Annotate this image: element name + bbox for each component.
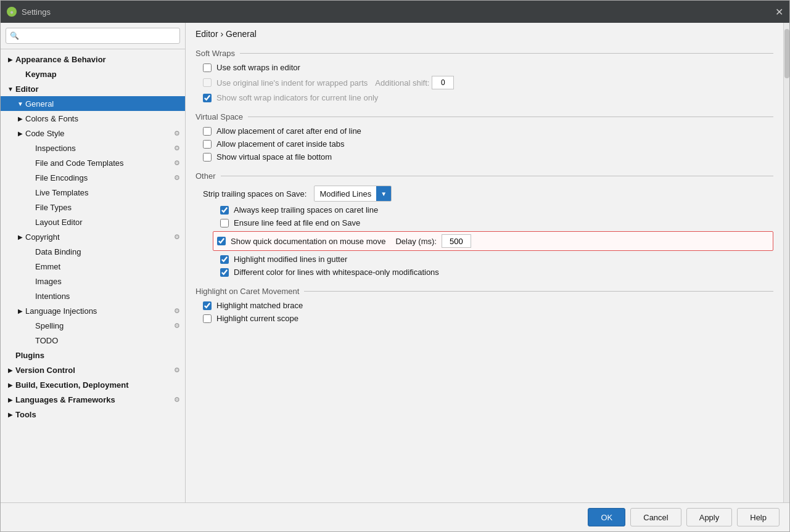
arrow-icon [6, 380, 15, 390]
section-title: Other [195, 171, 221, 181]
sidebar-item-label: Code Style [25, 129, 65, 138]
modified-lines-dropdown[interactable]: Modified Lines ▼ [314, 186, 392, 202]
checkbox-highlight-brace[interactable] [203, 301, 212, 310]
settings-icon: ⚙ [174, 159, 180, 167]
option-original-indent: Use original line's indent for wrapped p… [203, 76, 773, 89]
option-label: Show soft wrap indicators for current li… [216, 93, 378, 102]
option-label: Allow placement of caret inside tabs [216, 139, 344, 149]
sidebar-item-label: File Types [35, 203, 72, 212]
sidebar-item-label: Languages & Frameworks [15, 395, 115, 404]
sidebar-item-todo[interactable]: TODO [1, 333, 185, 348]
checkbox-quick-doc[interactable] [217, 237, 226, 245]
section-header-highlight-caret: Highlight on Caret Movement [195, 287, 773, 296]
sidebar-item-label: Editor [15, 84, 39, 94]
sidebar-item-live-templates[interactable]: Live Templates [1, 185, 185, 200]
option-label: Use soft wraps in editor [216, 63, 300, 72]
scrollbar[interactable] [783, 23, 789, 502]
sidebar-item-plugins[interactable]: Plugins [1, 348, 185, 362]
highlight-caret-section: Highlight on Caret Movement Highlight ma… [195, 287, 773, 323]
arrow-icon [15, 99, 25, 108]
arrow-icon [25, 321, 35, 330]
additional-shift-input[interactable] [432, 76, 454, 89]
arrow-icon [6, 54, 15, 64]
sidebar-item-data-binding[interactable]: Data Binding [1, 244, 185, 259]
sidebar-item-label: Inspections [35, 144, 76, 153]
section-header-other: Other [195, 171, 773, 181]
sidebar-item-build-execution[interactable]: Build, Execution, Deployment [1, 377, 185, 392]
checkbox-highlight-modified[interactable] [220, 255, 229, 264]
dialog-footer: OK Cancel Apply Help [1, 502, 789, 531]
checkbox-different-color-whitespace[interactable] [220, 268, 229, 277]
checkbox-use-soft-wraps[interactable] [203, 63, 212, 72]
search-wrapper: 🔍 [6, 28, 180, 44]
checkbox-soft-wrap-indicators[interactable] [203, 94, 212, 102]
checkbox-keep-trailing[interactable] [220, 206, 229, 215]
option-label: Use original line's indent for wrapped p… [216, 78, 368, 88]
sidebar-item-copyright[interactable]: Copyright ⚙ [1, 229, 185, 244]
soft-wraps-section: Soft Wraps Use soft wraps in editor Use … [195, 49, 773, 102]
sidebar-item-languages-frameworks[interactable]: Languages & Frameworks ⚙ [1, 392, 185, 407]
sidebar-item-appearance[interactable]: Appearance & Behavior [1, 52, 185, 67]
checkbox-caret-inside-tabs[interactable] [203, 140, 212, 149]
delay-input[interactable] [442, 234, 471, 248]
title-bar: ● Settings ✕ [1, 1, 789, 23]
arrow-icon [25, 202, 35, 212]
sidebar-item-language-injections[interactable]: Language Injections ⚙ [1, 303, 185, 318]
sidebar-item-label: TODO [35, 336, 58, 345]
sidebar-item-file-types[interactable]: File Types [1, 200, 185, 215]
arrow-icon [6, 409, 15, 419]
section-divider [221, 176, 773, 176]
sidebar-item-keymap[interactable]: Keymap [1, 67, 185, 81]
other-section: Other Strip trailing spaces on Save: Mod… [195, 171, 773, 277]
sidebar-item-label: Build, Execution, Deployment [15, 380, 128, 390]
option-label: Show virtual space at file bottom [216, 152, 332, 162]
option-highlight-brace: Highlight matched brace [203, 301, 773, 310]
section-title: Highlight on Caret Movement [195, 287, 304, 296]
sidebar-item-file-encodings[interactable]: File Encodings ⚙ [1, 170, 185, 185]
settings-icon: ⚙ [174, 129, 180, 137]
option-highlight-scope: Highlight current scope [203, 314, 773, 323]
sidebar-item-label: Images [35, 277, 62, 286]
sidebar-item-colors-fonts[interactable]: Colors & Fonts [1, 111, 185, 126]
checkbox-original-indent[interactable] [203, 78, 212, 87]
option-label: Allow placement of caret after end of li… [216, 126, 361, 136]
search-input[interactable] [6, 28, 180, 44]
apply-button[interactable]: Apply [686, 508, 733, 526]
sidebar-item-label: Spelling [35, 321, 64, 330]
sidebar-item-inspections[interactable]: Inspections ⚙ [1, 141, 185, 155]
sidebar-item-tools[interactable]: Tools [1, 407, 185, 422]
settings-dialog: ● Settings ✕ 🔍 Appearance & Behavior [0, 0, 790, 532]
arrow-icon [15, 113, 25, 123]
sidebar-item-emmet[interactable]: Emmet [1, 259, 185, 274]
arrow-icon [15, 306, 25, 316]
sidebar-item-editor[interactable]: Editor [1, 81, 185, 96]
checkbox-caret-end-line[interactable] [203, 127, 212, 136]
breadcrumb: Editor › General [186, 23, 783, 44]
sidebar-item-code-style[interactable]: Code Style ⚙ [1, 126, 185, 141]
sidebar-item-spelling[interactable]: Spelling ⚙ [1, 318, 185, 333]
sidebar-item-layout-editor[interactable]: Layout Editor [1, 215, 185, 229]
settings-icon: ⚙ [174, 144, 180, 152]
sidebar-item-version-control[interactable]: Version Control ⚙ [1, 362, 185, 377]
sidebar-item-images[interactable]: Images [1, 274, 185, 289]
arrow-icon [25, 261, 35, 271]
sidebar-item-label: Data Binding [35, 247, 81, 256]
option-label: Ensure line feed at file end on Save [234, 218, 360, 227]
close-button[interactable]: ✕ [775, 6, 783, 18]
virtual-space-section: Virtual Space Allow placement of caret a… [195, 112, 773, 162]
option-caret-end-line: Allow placement of caret after end of li… [203, 126, 773, 136]
checkbox-highlight-scope[interactable] [203, 314, 212, 323]
sidebar-item-label: Appearance & Behavior [15, 55, 106, 64]
arrow-icon [6, 365, 15, 375]
help-button[interactable]: Help [737, 508, 780, 526]
ok-button[interactable]: OK [588, 508, 625, 526]
cancel-button[interactable]: Cancel [630, 508, 681, 526]
checkbox-ensure-line-feed[interactable] [220, 219, 229, 227]
section-divider [240, 53, 773, 54]
arrow-icon [25, 217, 35, 227]
sidebar-item-general[interactable]: General [1, 96, 185, 111]
sidebar-item-intentions[interactable]: Intentions [1, 289, 185, 303]
sidebar-item-file-code-templates[interactable]: File and Code Templates ⚙ [1, 155, 185, 170]
checkbox-virtual-space-bottom[interactable] [203, 153, 212, 162]
settings-icon: ⚙ [174, 233, 180, 241]
